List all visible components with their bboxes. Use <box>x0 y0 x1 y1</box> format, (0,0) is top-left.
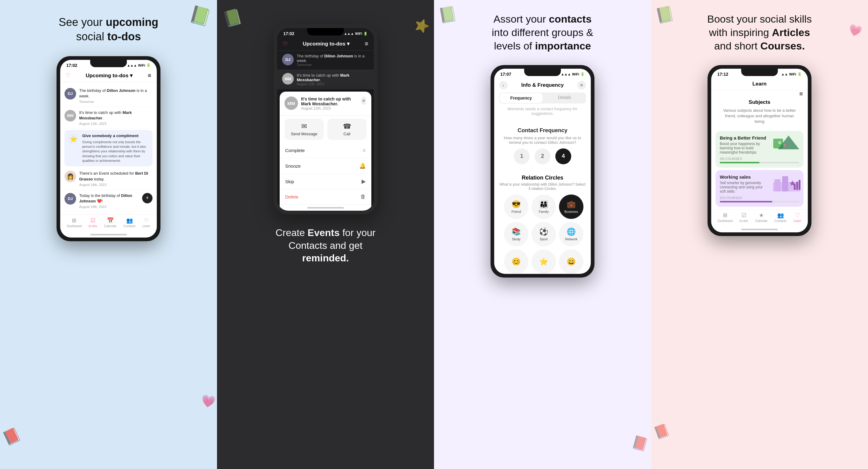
tab-details[interactable]: Details <box>543 93 586 103</box>
menu-icon-1[interactable]: ≡ <box>148 72 151 79</box>
deco-book-4: 📗 <box>437 5 459 25</box>
phone-4-screen: 17:12 ▲▲ WiFi 🔋 Learn ≡ Subjects Various… <box>711 69 808 233</box>
complete-action[interactable]: Complete ○ <box>280 143 371 158</box>
course-card-2[interactable]: ★ Working sales Sell smarter by genuinel… <box>715 170 804 207</box>
circle-network[interactable]: 🌐 Network <box>559 222 584 246</box>
circle-extra-3[interactable]: 😄 <box>559 249 584 274</box>
relation-grid: 😎 Friend 👨‍👩‍👧 Family 💼 Business 📚 Study <box>499 195 586 246</box>
nav-contacts-1[interactable]: 👥 Contacts <box>123 217 135 228</box>
freq-numbers: 1 2 4 <box>500 148 585 164</box>
nav-dashboard-1[interactable]: ⊞ Dashboard <box>67 217 82 228</box>
circle-sport[interactable]: ⚽ Sport <box>531 222 556 246</box>
send-message-btn[interactable]: ✉ Send Message <box>284 119 324 140</box>
menu-icon-2[interactable]: ≡ <box>365 40 368 47</box>
nav-label-contacts-4: Contacts <box>774 219 786 223</box>
dark-text-1: The birthday of Dillon Johnson is in a w… <box>297 54 369 63</box>
add-fab[interactable]: + <box>142 193 153 203</box>
contact-freq-desc: How many times a year would you like us … <box>500 136 585 145</box>
nav-learn-1[interactable]: ♡ Learn <box>143 217 150 228</box>
message-icon: ✉ <box>301 123 307 130</box>
section-3: 📗 📕 Assort your contactsinto different g… <box>434 0 651 469</box>
avatar-bert: 👩 <box>64 171 76 182</box>
course-card-1[interactable]: ♥ Being a Better Friend Boost your happi… <box>715 131 804 168</box>
section-1: 📗 📕 💗 See your upcomingsocial to-dos 17:… <box>0 0 217 469</box>
todo-item-4[interactable]: 👩 There's an Event scheduled for Bert Di… <box>64 168 153 190</box>
delete-action[interactable]: Delete 🗑 <box>280 189 371 205</box>
home-indicator-1 <box>60 231 157 238</box>
status-icons-2: ▲▲▲ WiFi 🔋 <box>344 32 368 36</box>
relation-desc: What is your relationship with Dillon Jo… <box>499 182 586 191</box>
nav-calendar-1[interactable]: 📅 Calendar <box>104 217 117 228</box>
circle-extra-1[interactable]: 😊 <box>504 249 528 274</box>
section1-title: See your upcomingsocial to-dos <box>59 15 158 44</box>
nav-calendar-4[interactable]: ★ Calendar <box>755 212 768 223</box>
freq-num-2[interactable]: 2 <box>534 148 551 164</box>
skip-icon: ▶ <box>362 178 366 185</box>
close-btn-3[interactable]: ✕ <box>577 81 586 90</box>
learn-menu-icon[interactable]: ≡ <box>799 90 803 97</box>
calendar-icon-4: ★ <box>759 212 764 219</box>
contacts-icon-4: 👥 <box>777 212 784 219</box>
circle-study[interactable]: 📚 Study <box>504 222 528 246</box>
nav-todos-1[interactable]: ☑ to-dos <box>89 217 97 228</box>
business-emoji: 💼 <box>567 200 576 208</box>
back-btn-3[interactable]: ‹ <box>499 81 508 90</box>
time-4: 17:12 <box>717 72 728 77</box>
sheet-home-bar <box>307 207 344 208</box>
deco-book-2: 📕 <box>0 426 23 448</box>
nav-contacts-4[interactable]: 👥 Contacts <box>774 212 786 223</box>
deco-book-5: 📕 <box>630 434 650 453</box>
phone-1: 17:02 ▲▲▲ WiFi 🔋 ♡ Upcoming to-dos ▾ ≡ D… <box>57 56 160 241</box>
sport-label: Sport <box>540 237 548 241</box>
app-header-1: ♡ Upcoming to-dos ▾ ≡ <box>60 69 157 82</box>
business-label: Business <box>564 210 578 213</box>
nav-todos-4[interactable]: ☑ to-dos <box>740 212 748 223</box>
todo-item-5[interactable]: DJ Today is the birthday of Dillon Johns… <box>64 190 153 212</box>
avatar-mm-1: MM <box>64 110 76 122</box>
dark-todo-1[interactable]: DJ The birthday of Dillon Johnson is in … <box>277 51 374 70</box>
course-progress-label-1: 3/6 COURSES <box>720 157 799 161</box>
snooze-action[interactable]: Snooze 🔔 <box>280 158 371 174</box>
phone-3-screen: 17:07 ▲▲▲ WiFi 🔋 ‹ Info & Frequency ✕ Fr… <box>494 69 591 274</box>
circle-business[interactable]: 💼 Business <box>559 195 584 219</box>
tab-frequency[interactable]: Frequency <box>500 93 542 103</box>
course-progress-fill-1 <box>720 162 760 163</box>
svg-point-2 <box>779 142 780 143</box>
sheet-date: August 12th, 2023 <box>301 106 358 110</box>
circle-family[interactable]: 👨‍👩‍👧 Family <box>531 195 556 219</box>
time-2: 17:02 <box>283 31 294 36</box>
phone-2: 17:02 ▲▲▲ WiFi 🔋 ♡ Upcoming to-dos ▾ ≡ D… <box>274 25 377 214</box>
course-progress-bar-1 <box>720 162 799 163</box>
deco-heart-1: 💗 <box>200 393 217 409</box>
header-title-2[interactable]: Upcoming to-dos ▾ <box>303 41 349 47</box>
nav-dashboard-4[interactable]: ⊞ Dashboard <box>718 212 733 223</box>
home-bar-1 <box>90 234 127 235</box>
todo-date-4: August 18th, 2023 <box>79 183 153 187</box>
relation-title: Relation Circles <box>499 175 586 181</box>
action-buttons: ✉ Send Message ☎ Call <box>280 116 371 143</box>
todo-item-1[interactable]: DJ The birthday of Dillon Johnson is in … <box>64 85 153 107</box>
circle-extra-2[interactable]: ⭐ <box>531 249 556 274</box>
freq-num-4[interactable]: 4 <box>555 148 571 164</box>
freq-num-1[interactable]: 1 <box>514 148 530 164</box>
bottom-nav-1: ⊞ Dashboard ☑ to-dos 📅 Calendar 👥 Contac… <box>60 214 157 231</box>
nav-label-dashboard-4: Dashboard <box>718 219 733 223</box>
nav-label-learn-4: Learn <box>794 219 801 223</box>
nav-learn-4[interactable]: ♡ Learn <box>794 212 801 223</box>
todo-item-3-highlighted[interactable]: ⭐ Give somebody a compliment Giving comp… <box>64 130 153 166</box>
dark-todo-2[interactable]: MM It's time to catch up with Mark Mossb… <box>277 70 374 89</box>
circle-friend[interactable]: 😎 Friend <box>504 195 528 219</box>
freq-tabs: Frequency Details <box>499 93 586 103</box>
avatar-dj-1: DJ <box>64 88 76 100</box>
nav-label-calendar-1: Calendar <box>104 225 117 228</box>
call-btn[interactable]: ☎ Call <box>327 119 367 140</box>
header-title-1[interactable]: Upcoming to-dos ▾ <box>86 72 132 79</box>
todo-date-2: August 12th, 2023 <box>79 122 153 126</box>
send-message-label: Send Message <box>291 132 317 136</box>
todo-item-2[interactable]: MM It's time to catch up with Mark Mossb… <box>64 107 153 129</box>
sheet-close-btn[interactable]: ✕ <box>361 97 367 105</box>
network-label: Network <box>565 237 577 241</box>
skip-action[interactable]: Skip ▶ <box>280 174 371 189</box>
friend-emoji: 😎 <box>512 200 521 208</box>
snooze-label: Snooze <box>285 163 301 169</box>
